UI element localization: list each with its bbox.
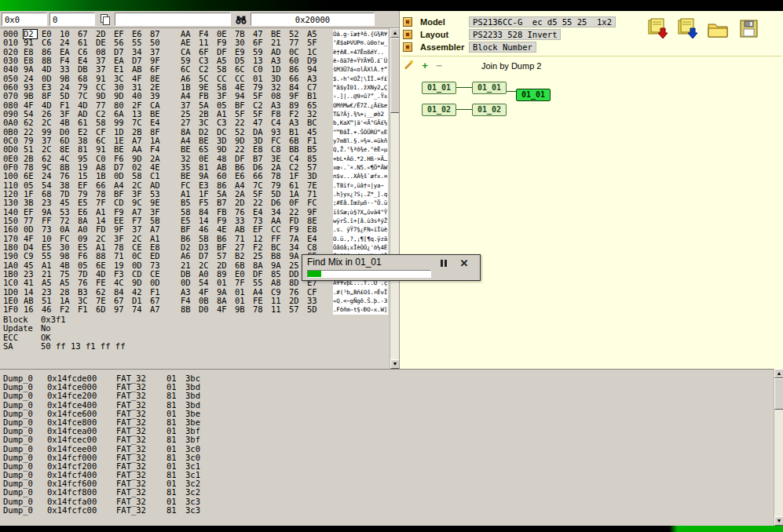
hex-byte[interactable]: 3C [199, 118, 212, 127]
hex-row[interactable]: 1E0AB511A3C7E67D167F40B8A01FE112D33«Q.<~… [0, 297, 388, 305]
hex-byte[interactable]: 4B [60, 118, 73, 127]
hex-byte[interactable]: ED [150, 252, 163, 261]
hex-byte[interactable]: E1 [114, 65, 127, 74]
hex-row[interactable]: 1F01646F2F16D9774A78BD04F9B7811575D.Fòñm… [0, 305, 388, 314]
hex-byte[interactable]: 9B [24, 92, 37, 100]
hex-byte[interactable]: BB [289, 145, 302, 154]
hex-byte[interactable]: 37 [96, 65, 109, 74]
hex-byte[interactable]: 8F [42, 92, 55, 100]
hex-byte[interactable]: 6C [181, 65, 194, 74]
hex-row[interactable]: 1704F10FC092C3F2CA1B65BB67112FF7AE4O.ü.,… [0, 235, 388, 243]
hex-row[interactable]: 01091C62461DE565550AE11F9306F21775F‘Æ$aÞ… [0, 38, 388, 47]
hex-byte[interactable]: 58 [96, 118, 109, 127]
hex-byte[interactable]: 66 [253, 172, 266, 180]
hex-byte[interactable]: 8E [60, 145, 73, 154]
hex-byte[interactable]: AB [235, 225, 248, 234]
hex-byte[interactable]: 91 [24, 38, 37, 47]
hex-byte[interactable]: DB [78, 65, 91, 74]
dump-row[interactable]: Dump_00x14fcfc00FAT_32813c3 [3, 506, 200, 515]
hex-byte[interactable]: 58 [132, 172, 145, 180]
hex-byte[interactable]: 9A [24, 65, 37, 74]
hex-byte[interactable]: 1B [96, 172, 109, 180]
pause-button[interactable] [436, 257, 452, 269]
hex-byte[interactable]: C0 [253, 65, 266, 74]
hex-byte[interactable]: FD [96, 225, 109, 234]
hex-byte[interactable]: 6F [253, 38, 266, 47]
hex-byte[interactable]: 6C [235, 65, 248, 74]
hex-byte[interactable]: 4D [42, 65, 55, 74]
hex-byte[interactable]: 46 [42, 305, 55, 314]
scroll-thumb[interactable] [774, 378, 783, 410]
hex-byte[interactable]: 7C [132, 118, 145, 127]
hex-byte[interactable]: 33 [60, 65, 73, 74]
hex-byte[interactable]: BE [181, 145, 194, 154]
hex-byte[interactable]: 98 [60, 252, 73, 261]
dump-node[interactable]: 01_01 [422, 82, 456, 94]
hex-row[interactable]: 140EF9A53E6A1F9A73F5884FB76E434229FïšSæ¡… [0, 208, 388, 217]
hex-byte[interactable]: 9A [199, 172, 212, 180]
hex-byte[interactable]: 24 [42, 172, 55, 180]
hex-byte[interactable]: 22 [235, 145, 248, 154]
hex-byte[interactable]: 9D [217, 145, 230, 154]
hex-byte[interactable]: 65 [199, 145, 212, 154]
hex-byte[interactable]: CD [114, 199, 127, 207]
hex-byte[interactable]: 9C [132, 199, 145, 207]
hex-byte[interactable]: FE [96, 279, 109, 287]
hex-byte[interactable]: 47 [253, 118, 266, 127]
hex-byte[interactable]: A6 [181, 252, 194, 261]
hex-byte[interactable]: 5D [60, 92, 73, 100]
hex-byte[interactable]: FC [307, 199, 320, 207]
hex-byte[interactable]: 22 [253, 199, 266, 207]
hex-row[interactable]: 0B02299D0E2CF1D2B8F8AD2DC52DA93B145"™ÐâÏ… [0, 128, 388, 137]
dump-row[interactable]: Dump_00x14fce200FAT_32813bd [3, 392, 200, 400]
hex-byte[interactable]: 2D [235, 199, 248, 207]
hex-scrollbar[interactable]: ▲ ▼ [390, 28, 399, 369]
hex-byte[interactable]: 88 [96, 252, 109, 261]
dump-node[interactable]: 01_01 [472, 82, 507, 94]
hex-byte[interactable]: 73 [42, 225, 55, 234]
hex-row[interactable]: 050240D9B68913C4F8EA65CCCCC013D66A3$.›h‘… [0, 75, 388, 83]
hex-byte[interactable]: B7 [217, 199, 230, 207]
hex-byte[interactable]: BF [181, 225, 194, 234]
hex-byte[interactable]: 0D [114, 172, 127, 180]
hex-row[interactable]: 110055438EF66A42CADFCE386A47C79617E.T8ïf… [0, 181, 388, 190]
hex-row[interactable]: 000D2E010672DEFE687AAF40E7B47BE52A5Òà.g-… [0, 30, 388, 38]
hex-byte[interactable]: 6E [24, 172, 37, 180]
hex-byte[interactable]: 21 [271, 38, 284, 47]
hex-byte[interactable]: D7 [199, 252, 212, 261]
hex-byte[interactable]: 2C [42, 118, 55, 127]
hex-row[interactable]: 0D0512C8E8191BEAAF4BE659D22E8C8BBB5Q,Ž.‘… [0, 145, 388, 154]
hex-byte[interactable]: 6D [96, 305, 109, 314]
hex-byte[interactable]: 0F [289, 199, 302, 207]
hex-byte[interactable]: 51 [24, 145, 37, 154]
hex-byte[interactable]: 2C [42, 145, 55, 154]
hex-byte[interactable]: 77 [289, 38, 302, 47]
hex-row[interactable]: 0E02B624C95C0F69D2A320E48DFB73EC485+bL•À… [0, 155, 388, 163]
hex-byte[interactable]: 23 [42, 199, 55, 207]
close-button[interactable]: ✕ [456, 257, 472, 269]
hex-byte[interactable]: 99 [114, 118, 127, 127]
dump-node[interactable]: 01_02 [472, 104, 507, 116]
hex-byte[interactable]: A3 [289, 118, 302, 127]
hex-byte[interactable]: 4C [114, 279, 127, 287]
search-button[interactable] [233, 12, 248, 27]
size-input[interactable] [251, 13, 375, 26]
hex-byte[interactable]: 71 [114, 252, 127, 261]
hex-row[interactable]: 020E886EAC608D73437CA6FDFE959AD0C1Cè†êÆ.… [0, 48, 388, 56]
hex-byte[interactable]: D0 [199, 305, 212, 314]
hex-byte[interactable]: 54 [199, 279, 212, 287]
hex-byte[interactable]: 78 [271, 172, 284, 180]
hex-byte[interactable]: AE [181, 38, 194, 47]
hex-byte[interactable]: A5 [42, 279, 55, 287]
hex-row[interactable]: 180D4E530E5A178CEE8D2D3BF27F2BC34C8Ôå0å¡… [0, 243, 388, 252]
hex-byte[interactable]: 30 [235, 38, 248, 47]
hex-byte[interactable]: A8 [271, 279, 284, 287]
hex-byte[interactable]: F9 [289, 225, 302, 234]
hex-byte[interactable]: BE [114, 145, 127, 154]
hex-byte[interactable]: 11 [199, 38, 212, 47]
hex-byte[interactable]: F1 [78, 305, 91, 314]
hex-byte[interactable]: 61 [78, 118, 91, 127]
hex-byte[interactable]: A0 [78, 225, 91, 234]
hex-byte[interactable]: 8B [181, 305, 194, 314]
hex-byte[interactable]: 61 [78, 38, 91, 47]
